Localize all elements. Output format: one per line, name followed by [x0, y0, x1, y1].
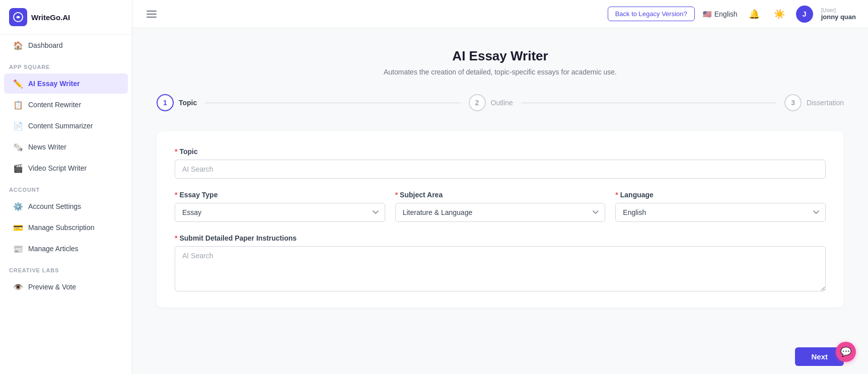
form-row-selects: * Essay Type Essay Research Paper Argume… — [175, 191, 826, 222]
essay-type-select[interactable]: Essay Research Paper Argumentative Descr… — [175, 203, 385, 222]
language-select[interactable]: English Spanish French German Chinese — [615, 203, 826, 222]
sidebar-item-label: Dashboard — [28, 41, 63, 49]
section-account: ACCOUNT — [0, 179, 132, 196]
sidebar-item-label: AI Essay Writer — [28, 80, 80, 88]
step-circle-2: 2 — [469, 94, 486, 111]
essay-type-label-text: Essay Type — [179, 191, 218, 199]
sidebar-item-label: Video Script Writer — [28, 164, 87, 172]
instructions-field: * Submit Detailed Paper Instructions — [175, 234, 826, 291]
sidebar-item-content-rewriter[interactable]: 📋 Content Rewriter — [4, 95, 128, 115]
form-section: * Topic * Essay Type Essay Research Pape… — [157, 131, 844, 308]
sidebar-item-ai-essay-writer[interactable]: ✏️ AI Essay Writer — [4, 73, 128, 94]
topic-field: * Topic — [175, 147, 826, 179]
sidebar-item-label: Manage Articles — [28, 245, 79, 253]
topic-label-text: Topic — [179, 147, 197, 156]
user-info: [User] jonny quan — [821, 7, 856, 21]
notifications-button[interactable]: 🔔 — [746, 6, 763, 23]
step-3: 3 Dissertation — [784, 94, 844, 111]
pencil-icon: ✏️ — [13, 79, 23, 89]
step-line-2-3 — [521, 103, 776, 103]
language-selector[interactable]: 🇺🇸 English — [703, 10, 738, 18]
subject-area-label-text: Subject Area — [400, 191, 443, 199]
sidebar-item-label: Account Settings — [28, 202, 81, 210]
hamburger-line-3 — [147, 17, 157, 18]
user-name: jonny quan — [821, 13, 856, 21]
section-creative-labs: CREATIVE LABS — [0, 259, 132, 276]
bell-icon: 🔔 — [749, 9, 760, 20]
language-label: * Language — [615, 191, 826, 199]
required-star-essay: * — [175, 191, 177, 199]
section-app-square: APP SQUARE — [0, 56, 132, 73]
language-label-text: Language — [620, 191, 654, 199]
logo-icon — [9, 8, 27, 26]
required-star-subject: * — [395, 191, 398, 199]
floating-help-button[interactable]: 💬 — [836, 342, 856, 362]
sidebar-item-dashboard[interactable]: 🏠 Dashboard — [4, 35, 128, 55]
hamburger-button[interactable] — [144, 9, 159, 20]
flag-icon: 🇺🇸 — [703, 10, 711, 18]
video-icon: 🎬 — [13, 163, 23, 173]
sidebar-item-news-writer[interactable]: 🗞️ News Writer — [4, 137, 128, 157]
subject-area-label: * Subject Area — [395, 191, 606, 199]
step-circle-3: 3 — [784, 94, 802, 111]
step-number-3: 3 — [791, 99, 795, 107]
step-label-1: Topic — [179, 99, 197, 107]
help-icon: 💬 — [840, 346, 851, 357]
topic-input[interactable] — [175, 160, 826, 179]
step-label-2: Outline — [491, 99, 513, 107]
page-subtitle: Automates the creation of detailed, topi… — [157, 68, 844, 76]
sidebar-item-manage-articles[interactable]: 📰 Manage Articles — [4, 239, 128, 259]
sidebar-item-content-summarizer[interactable]: 📄 Content Summarizer — [4, 116, 128, 136]
articles-icon: 📰 — [13, 244, 23, 254]
step-label-3: Dissertation — [807, 99, 844, 107]
sidebar-item-video-script-writer[interactable]: 🎬 Video Script Writer — [4, 158, 128, 178]
logo-area[interactable]: WriteGo.AI — [0, 0, 132, 35]
page-content: AI Essay Writer Automates the creation o… — [132, 28, 868, 339]
instructions-textarea[interactable] — [175, 246, 826, 291]
step-circle-1: 1 — [157, 94, 174, 111]
sidebar-item-preview-vote[interactable]: 👁️ Preview & Vote — [4, 277, 128, 297]
sidebar-item-label: Manage Subscription — [28, 223, 95, 232]
sidebar: WriteGo.AI 🏠 Dashboard APP SQUARE ✏️ AI … — [0, 0, 132, 374]
step-line-1-2 — [205, 103, 460, 103]
topic-label: * Topic — [175, 147, 826, 156]
sidebar-item-label: Content Summarizer — [28, 122, 93, 130]
news-icon: 🗞️ — [13, 142, 23, 152]
avatar-initials: J — [803, 10, 807, 18]
card-icon: 💳 — [13, 222, 23, 233]
bottom-bar: Next — [132, 339, 868, 374]
theme-toggle-button[interactable]: ☀️ — [771, 6, 788, 23]
sun-icon: ☀️ — [774, 9, 785, 20]
essay-type-label: * Essay Type — [175, 191, 385, 199]
legacy-version-button[interactable]: Back to Legacy Version? — [608, 7, 695, 21]
home-icon: 🏠 — [13, 40, 23, 50]
rewrite-icon: 📋 — [13, 100, 23, 110]
step-1: 1 Topic — [157, 94, 197, 111]
hamburger-line-2 — [147, 14, 157, 15]
user-avatar[interactable]: J — [796, 6, 813, 23]
step-number-2: 2 — [475, 99, 479, 107]
essay-type-field: * Essay Type Essay Research Paper Argume… — [175, 191, 385, 222]
user-role-label: [User] — [821, 7, 856, 13]
logo-text: WriteGo.AI — [31, 13, 70, 22]
step-number-1: 1 — [163, 99, 167, 107]
language-field: * Language English Spanish French German… — [615, 191, 826, 222]
instructions-label: * Submit Detailed Paper Instructions — [175, 234, 826, 242]
sidebar-item-label: News Writer — [28, 143, 66, 151]
language-label: English — [714, 10, 738, 18]
topbar: Back to Legacy Version? 🇺🇸 English 🔔 ☀️ … — [132, 0, 868, 28]
summarize-icon: 📄 — [13, 121, 23, 131]
eye-icon: 👁️ — [13, 282, 23, 292]
topbar-left — [144, 9, 159, 20]
sidebar-item-manage-subscription[interactable]: 💳 Manage Subscription — [4, 217, 128, 238]
main-content: Back to Legacy Version? 🇺🇸 English 🔔 ☀️ … — [132, 0, 868, 374]
topbar-right: Back to Legacy Version? 🇺🇸 English 🔔 ☀️ … — [608, 6, 856, 23]
required-star-language: * — [615, 191, 618, 199]
subject-area-field: * Subject Area Literature & Language Sci… — [395, 191, 606, 222]
hamburger-line-1 — [147, 11, 157, 12]
step-2: 2 Outline — [469, 94, 513, 111]
sidebar-item-account-settings[interactable]: ⚙️ Account Settings — [4, 196, 128, 216]
instructions-label-text: Submit Detailed Paper Instructions — [179, 234, 297, 242]
sidebar-item-label: Preview & Vote — [28, 283, 76, 291]
subject-area-select[interactable]: Literature & Language Science History Ma… — [395, 203, 606, 222]
